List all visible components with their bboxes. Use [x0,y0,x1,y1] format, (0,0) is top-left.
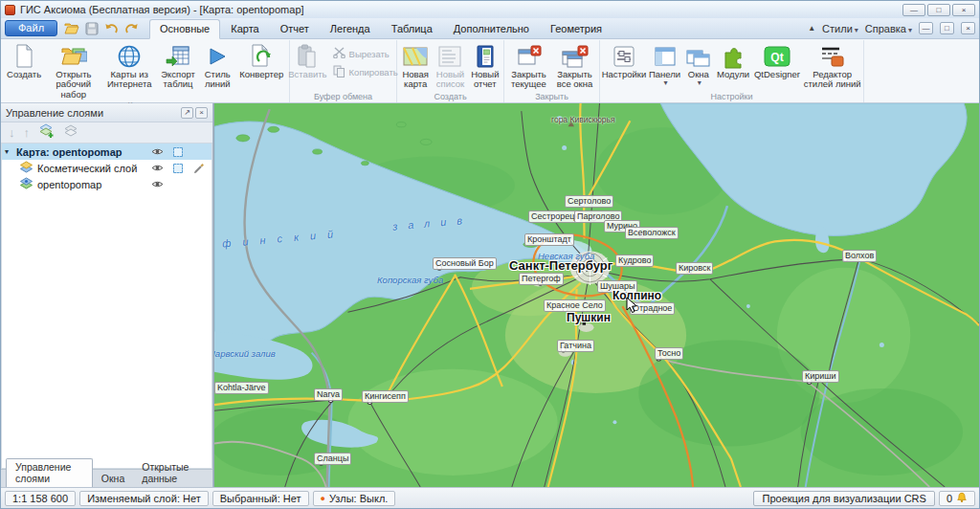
converter-button[interactable]: Конвертер [235,41,287,79]
chevron-down-icon: ▾ [908,26,912,34]
tab-extra[interactable]: Дополнительно [443,19,540,39]
new-map-icon [403,42,428,70]
map-label: Кириши [802,370,839,383]
copy-button[interactable]: Копировать [333,65,398,79]
app-window: ГИС Аксиома (Бесплатная версия) - [Карта… [0,0,980,509]
puzzle-icon [721,42,746,70]
map-label: Пушкин [567,313,611,323]
selectable-box-icon[interactable] [169,147,187,157]
map-label: Narva [314,388,343,401]
notifications-badge[interactable]: 0 [939,491,975,506]
close-window-icon [517,42,542,70]
layer-properties-button[interactable] [63,124,78,142]
window-maximize-button[interactable]: □ [927,4,950,16]
save-icon[interactable] [83,21,100,36]
new-list-icon [438,42,461,70]
visibility-eye-icon[interactable] [148,164,166,172]
move-layer-down-button[interactable]: ↓ [9,126,15,139]
ribbon-group-close: Закрыть текущее Закрыть все окна Закрыть [504,40,600,102]
visibility-eye-icon[interactable] [148,180,166,188]
move-layer-up-button[interactable]: ↑ [24,126,31,139]
styles-menu[interactable]: Стили▾ [822,23,858,34]
mdi-restore-button[interactable]: □ [940,22,954,34]
title-bar: ГИС Аксиома (Бесплатная версия) - [Карта… [1,1,979,18]
paste-button[interactable]: Вставить [288,41,326,79]
add-layer-button[interactable] [38,123,55,143]
new-workset-button[interactable]: Создать [5,41,43,79]
new-report-button[interactable]: Новый отчет [469,41,501,90]
new-document-icon [13,42,34,70]
tab-legend[interactable]: Легенда [320,19,381,39]
edit-pencil-icon[interactable] [190,163,208,174]
new-list-button[interactable]: Новый список [434,41,466,90]
tab-geometry[interactable]: Геометрия [540,19,612,39]
map-label: Волхов [842,250,877,262]
map-label: Сланцы [314,453,351,465]
layer-row-cosmetic[interactable]: Косметический слой [2,160,212,176]
ribbon-group-clipboard: Вставить Вырезать Копировать Буфер обмен… [290,40,397,102]
selected-indicator: Выбранный: Нет [212,491,309,506]
layers-panel-title: Управление слоями [6,107,103,119]
open-folder-icon[interactable] [63,21,79,36]
mdi-close-button[interactable]: × [961,22,975,34]
dock-tab-bar: Управление слоями Окна Открытые данные [1,469,212,487]
tab-map[interactable]: Карта [220,19,269,39]
layer-row-map[interactable]: ▾ Карта: opentopomap [2,144,212,160]
window-minimize-button[interactable]: — [902,4,925,16]
redo-icon[interactable] [123,21,140,36]
twisty-icon[interactable]: ▾ [5,147,12,156]
projection-button[interactable]: Проекция для визуализации CRS [753,491,934,506]
panels-button[interactable]: Панели ▾ [648,41,681,88]
tab-table[interactable]: Таблица [381,19,443,39]
dock-tab-windows[interactable]: Окна [93,471,133,487]
cosmetic-layer-icon [19,161,33,176]
map-canvas[interactable]: гора Кивискюрья Сертолово Сестрорецк Пар… [213,103,979,487]
line-style-button[interactable]: Стиль линий [201,41,234,90]
status-bar: 1:1 158 600 Изменяемый слой: Нет Выбранн… [1,487,979,508]
scissors-icon [333,47,345,60]
map-image [214,103,979,487]
window-close-button[interactable]: × [952,4,975,16]
table-export-icon [166,42,190,70]
map-label: Сестрорецк [528,210,581,223]
visibility-eye-icon[interactable] [148,147,166,156]
close-panel-button[interactable]: × [195,107,208,119]
dock-tab-layers[interactable]: Управление слоями [6,458,93,487]
ribbon-group-create: Новая карта Новый список Новый отчет Соз… [397,40,504,102]
windows-button[interactable]: Окна ▾ [683,41,713,88]
nodes-status-icon: ● [321,494,325,503]
map-label: Кронштадт [524,233,574,246]
paste-icon [297,42,318,70]
play-triangle-icon [206,42,229,70]
cut-button[interactable]: Вырезать [333,47,398,60]
svg-text:Qt: Qt [770,50,783,63]
map-label: Тосно [655,347,683,360]
chevron-down-icon: ▾ [664,79,668,88]
layer-row-opentopomap[interactable]: opentopomap [2,176,212,192]
float-panel-button[interactable]: ↗ [181,107,193,119]
close-all-windows-icon [562,42,589,70]
tab-report[interactable]: Отчет [270,19,320,39]
new-map-button[interactable]: Новая карта [399,41,432,90]
line-style-editor-button[interactable]: Редактор стилей линий [803,41,861,90]
collapse-ribbon-icon[interactable]: ▲ [808,24,815,33]
settings-button[interactable]: Настройки [602,41,646,79]
map-label: Гатчина [557,340,594,352]
open-workset-button[interactable]: Открыть рабочий набор [45,41,101,100]
mdi-minimize-button[interactable]: — [919,22,933,34]
modules-button[interactable]: Модули [715,41,750,79]
close-current-button[interactable]: Закрыть текущее [507,41,551,90]
tab-main[interactable]: Основные [149,19,220,39]
file-menu-button[interactable]: Файл [5,20,57,36]
line-style-editor-icon [820,42,845,70]
maps-from-internet-button[interactable]: Карты из Интернета [103,41,155,90]
ribbon-tab-row: Файл Основные Карта Отчет Легенда Таблиц… [1,18,979,39]
qtdesigner-button[interactable]: Qt QtDesigner [753,41,802,79]
help-menu[interactable]: Справка▾ [865,23,912,34]
export-tables-button[interactable]: Экспорт таблиц [157,41,199,90]
converter-icon [250,42,273,70]
close-all-windows-button[interactable]: Закрыть все окна [553,41,597,90]
undo-icon[interactable] [103,21,120,36]
selectable-box-icon[interactable] [169,164,187,173]
dock-tab-opendata[interactable]: Открытые данные [133,459,212,487]
